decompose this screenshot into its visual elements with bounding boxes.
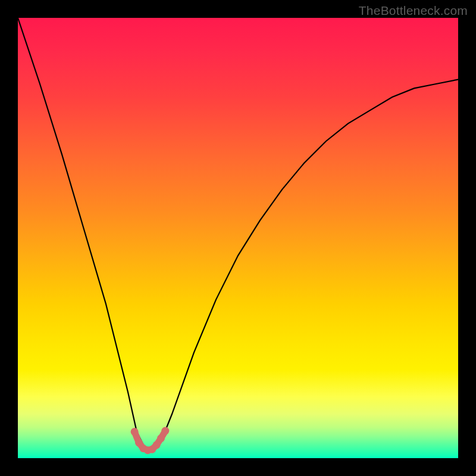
highlight-dot (153, 441, 161, 449)
highlight-dots (131, 427, 170, 455)
watermark-text: TheBottleneck.com (359, 4, 468, 18)
curve-svg (18, 18, 458, 458)
highlight-dot (157, 434, 165, 442)
bottleneck-curve (18, 18, 458, 449)
highlight-dot (161, 427, 169, 435)
plot-area (18, 18, 458, 458)
highlight-dot (131, 428, 139, 436)
chart-canvas: TheBottleneck.com (0, 0, 476, 476)
